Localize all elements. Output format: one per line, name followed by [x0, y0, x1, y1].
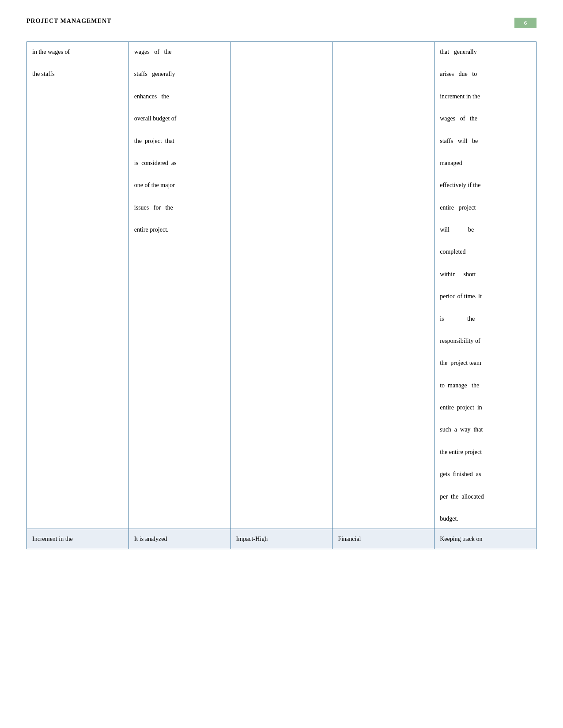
table-cell-col5: that generally arises due to increment i…: [435, 42, 537, 529]
cell-content: in the wages of the staffs: [32, 46, 123, 80]
page: PROJECT MANAGEMENT 6 in the wages of the…: [0, 0, 563, 728]
table-cell-last-col5: Keeping track on: [435, 529, 537, 549]
cell-content: It is analyzed: [134, 533, 225, 544]
page-number: 6: [514, 18, 537, 28]
table-cell-col4: [333, 42, 435, 529]
cell-content: Impact-High: [236, 533, 327, 544]
table-cell-last-col4: Financial: [333, 529, 435, 549]
cell-content: Increment in the: [32, 533, 123, 544]
cell-content: wages of the staffs generally enhances t…: [134, 46, 225, 235]
cell-content: that generally arises due to increment i…: [440, 46, 531, 524]
table-row: in the wages of the staffs wages of the …: [27, 42, 537, 529]
table-cell-col1: in the wages of the staffs: [27, 42, 129, 529]
cell-content: Keeping track on: [440, 533, 531, 544]
document-title: PROJECT MANAGEMENT: [26, 18, 111, 25]
main-table: in the wages of the staffs wages of the …: [26, 41, 537, 549]
table-cell-col3: [230, 42, 333, 529]
table-cell-last-col1: Increment in the: [27, 529, 129, 549]
cell-content: Financial: [338, 533, 429, 544]
table-cell-last-col3: Impact-High: [230, 529, 333, 549]
table-cell-col2: wages of the staffs generally enhances t…: [128, 42, 230, 529]
table-row-last: Increment in the It is analyzed Impact-H…: [27, 529, 537, 549]
table-cell-last-col2: It is analyzed: [128, 529, 230, 549]
page-header: PROJECT MANAGEMENT 6: [26, 18, 537, 28]
